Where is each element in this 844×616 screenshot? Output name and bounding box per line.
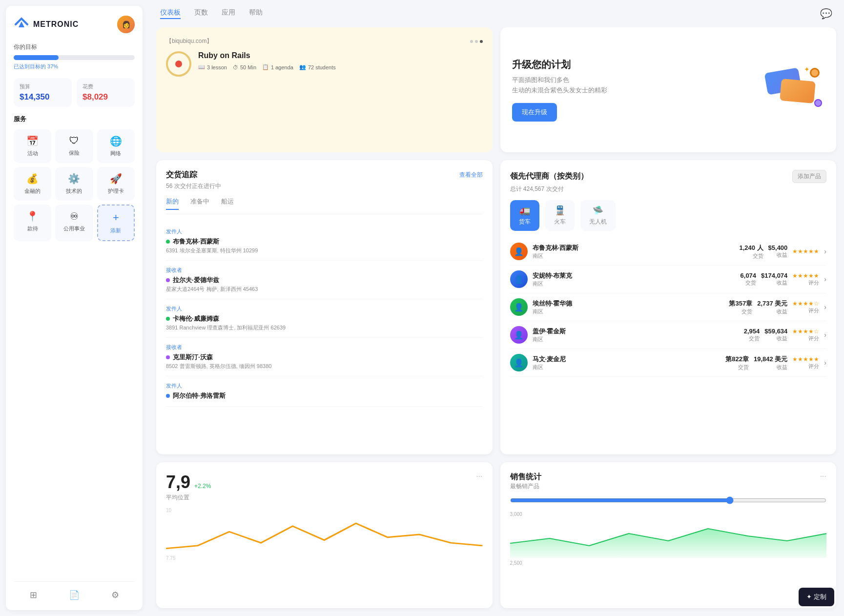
illus-coin-gold (810, 68, 820, 78)
sales-chart-svg (510, 519, 827, 558)
agent-name-2: 安妮特·布莱克 (533, 271, 736, 280)
agent-rev-val-3: 2,737 美元 (757, 299, 787, 308)
agent-info-1: 布鲁克林·西蒙斯 南区 (533, 244, 735, 260)
add-product-button[interactable]: 添加产品 (792, 170, 826, 183)
goal-section: 你的目标 已达到目标的 37% (14, 43, 135, 70)
logo-icon (14, 17, 29, 32)
more-button[interactable]: ··· (476, 472, 482, 481)
students-icon: 👥 (299, 64, 306, 70)
agent-arrow-2[interactable]: › (824, 275, 826, 283)
stars-5: ★★★★★ (792, 356, 819, 363)
agent-arrow-5[interactable]: › (824, 359, 826, 367)
range-slider-container[interactable] (510, 496, 827, 506)
service-item-finance[interactable]: 💰 金融的 (14, 167, 51, 201)
agent-tab-train[interactable]: 🚆 火车 (545, 200, 575, 231)
nav-help[interactable]: 帮助 (249, 8, 263, 19)
tab-preparing[interactable]: 准备中 (190, 197, 209, 210)
agent-tab-truck[interactable]: 🚛 货车 (510, 200, 539, 231)
topnav-right: 💬 (820, 8, 832, 20)
students-value: 72 students (308, 64, 336, 70)
upgrade-illustration: ✦ (756, 65, 824, 114)
bottom-left-card: 7,9 +2.2% 平均位置 ··· 10 7.75 (156, 462, 493, 608)
agent-name-3: 埃丝特·霍华德 (533, 299, 724, 308)
service-name-hospitality: 款待 (27, 225, 38, 232)
service-item-tech[interactable]: ⚙️ 技术的 (55, 167, 93, 201)
illus-coin-purple (814, 99, 822, 107)
agent-arrow-4[interactable]: › (824, 331, 826, 339)
delivery-name-3: 卡梅伦·威廉姆森 (166, 314, 483, 323)
service-item-insurance[interactable]: 🛡 保险 (55, 129, 93, 163)
expense-label: 花费 (82, 83, 129, 90)
nav-apps[interactable]: 应用 (222, 8, 235, 19)
agent-revenue-4: $59,634 收益 (764, 328, 787, 342)
finance-icon: 💰 (26, 173, 39, 185)
agenda-meta: 📋 1 agenda (262, 64, 293, 70)
service-item-hospitality[interactable]: 📍 款待 (14, 205, 51, 241)
agent-tabs: 🚛 货车 🚆 火车 🛸 无人机 (510, 200, 827, 231)
budget-card: 预算 $14,350 (14, 78, 72, 107)
avg-position-value: 7,9 (166, 472, 190, 493)
service-item-activity[interactable]: 📅 活动 (14, 129, 51, 163)
dot2 (475, 40, 478, 43)
range-slider[interactable] (510, 496, 827, 504)
agent-name-1: 布鲁克林·西蒙斯 (533, 244, 735, 252)
delivery-role-3: 发件人 (166, 305, 483, 312)
delivery-item-3: 发件人 卡梅伦·威廉姆森 3891 Ranchview 理查森博士, 加利福尼亚… (166, 299, 483, 338)
agent-revenue-1: $5,400 收益 (768, 244, 788, 259)
course-circle-inner (175, 61, 182, 67)
notification-icon[interactable]: 💬 (820, 8, 832, 19)
budget-label: 预算 (20, 83, 66, 90)
agent-revenue-3: 2,737 美元 收益 (757, 299, 787, 315)
service-item-utilities[interactable]: ♾ 公用事业 (55, 205, 93, 241)
customize-button[interactable]: ✦ 定制 (799, 588, 834, 606)
agent-stat-3: 第357章 交货 (729, 299, 752, 315)
layers-icon[interactable]: ⊞ (30, 590, 37, 600)
upgrade-title: 升级您的计划 (512, 58, 607, 71)
agent-arrow-1[interactable]: › (824, 247, 826, 255)
agent-arrow-3[interactable]: › (824, 303, 826, 311)
agenda-icon: 📋 (262, 64, 269, 70)
truck-icon: 🚛 (519, 205, 530, 216)
duration-value: 50 Min (240, 64, 256, 70)
agent-trans-4: 2,954 (744, 328, 760, 335)
agent-info-5: 马文·麦金尼 南区 (533, 355, 721, 371)
nav-dashboard[interactable]: 仪表板 (160, 8, 181, 19)
sidebar-header: METRONIC 👩 (14, 16, 135, 33)
delivery-view-all[interactable]: 查看全部 (459, 171, 483, 179)
agent-revenue-5: 19,842 美元 收益 (754, 355, 787, 371)
chart-area: 10 7.75 (166, 508, 483, 556)
drone-icon: 🛸 (593, 205, 603, 216)
file-icon[interactable]: 📄 (69, 590, 80, 600)
agent-rating-4: ★★★★☆ 评分 (792, 328, 819, 342)
nav-pages[interactable]: 页数 (194, 8, 208, 19)
tab-shipping[interactable]: 船运 (221, 197, 234, 210)
agent-name-5: 马文·麦金尼 (533, 355, 721, 364)
settings-icon[interactable]: ⚙ (111, 590, 119, 600)
progress-percentage: 已达到目标的 37% (14, 63, 135, 70)
agent-subtitle: 总计 424,567 次交付 (510, 185, 827, 193)
course-info: Ruby on Rails 📖 3 lesson ⏱ 50 Min 📋 1 (198, 51, 336, 70)
services-label: 服务 (14, 115, 135, 123)
bottom-right-card: 销售统计 最畅销产品 ··· 3,000 (500, 462, 837, 608)
upgrade-left: 升级您的计划 平面插图和我们多色 生动的未混合紫色头发女士的精彩 现在升级 (512, 58, 607, 122)
agent-revenue-2: $174,074 收益 (761, 272, 787, 287)
delivery-addr-3: 3891 Ranchview 理查森博士, 加利福尼亚州 62639 (166, 324, 483, 331)
course-card: 【biqubiqu.com】 Ruby on Rails 📖 3 l (156, 27, 493, 152)
agent-tab-drone[interactable]: 🛸 无人机 (580, 200, 616, 231)
delivery-item-1: 发件人 布鲁克林·西蒙斯 6391 埃尔全圣塞莱斯, 特拉华州 10299 (166, 222, 483, 261)
agent-list: 👤 布鲁克林·西蒙斯 南区 1,240 人 交货 $5,400 收益 ★★★ (510, 238, 827, 377)
agent-rating-3: ★★★★☆ 评分 (792, 300, 819, 314)
service-item-care[interactable]: 🚀 护理卡 (97, 167, 135, 201)
tab-new[interactable]: 新的 (166, 197, 179, 210)
service-name-network: 网络 (110, 150, 121, 157)
upgrade-button[interactable]: 现在升级 (512, 103, 557, 122)
course-title: Ruby on Rails (198, 51, 336, 60)
delivery-addr-2: 星家大道2464号 梅萨, 新泽西州 45463 (166, 286, 483, 293)
progress-bar-background (14, 55, 135, 60)
sales-more-button[interactable]: ··· (820, 472, 826, 481)
agent-rev-label-3: 收益 (757, 308, 787, 315)
service-item-add[interactable]: + 添新 (97, 205, 135, 241)
stars-4: ★★★★☆ (792, 328, 819, 335)
service-item-network[interactable]: 🌐 网络 (97, 129, 135, 163)
agent-avatar-3: 👤 (510, 298, 528, 316)
